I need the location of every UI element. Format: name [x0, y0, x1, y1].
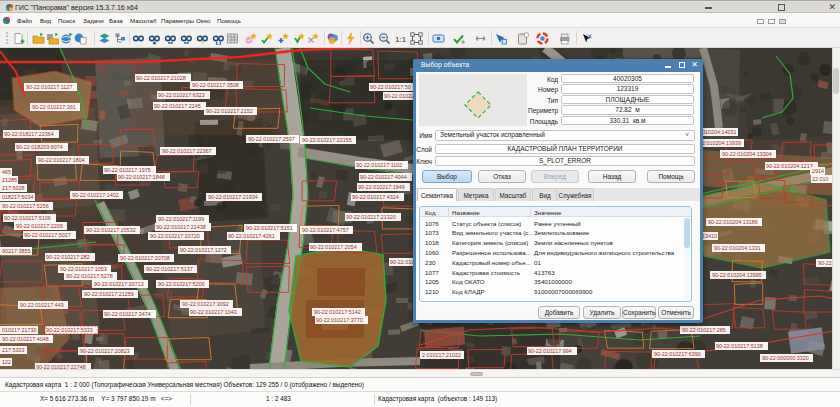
- svg-text:90-22:010217:20823: 90-22:010217:20823: [80, 348, 130, 354]
- svg-text:90-22:010217:1053: 90-22:010217:1053: [60, 266, 107, 272]
- svg-text:465: 465: [2, 169, 11, 175]
- svg-text:90-22:010217:5206: 90-22:010217:5206: [158, 281, 205, 287]
- svg-text:90-22:010217:21438: 90-22:010217:21438: [156, 224, 206, 230]
- svg-text:010204:14031: 010204:14031: [702, 129, 736, 135]
- svg-text:90-22:010217:21934: 90-22:010217:21934: [208, 194, 258, 200]
- svg-text:90-22:010217:4261: 90-22:010217:4261: [228, 233, 275, 239]
- svg-text:90-22:0102: 90-22:0102: [818, 260, 832, 266]
- svg-text:21285: 21285: [2, 177, 17, 183]
- svg-text:90-22:010217:2054: 90-22:010217:2054: [310, 244, 357, 250]
- svg-text:90-22:000000:3320: 90-22:000000:3320: [762, 355, 809, 361]
- svg-text:90-22:018203:6074: 90-22:018203:6074: [16, 144, 63, 150]
- svg-text:90-22:010217:1804: 90-22:010217:1804: [38, 157, 85, 163]
- svg-text:90-22:010217:2152: 90-22:010217:2152: [206, 108, 253, 114]
- svg-text:90-22:010217:5142: 90-22:010217:5142: [314, 309, 361, 315]
- svg-text:90-22:010217:2209: 90-22:010217:2209: [16, 223, 63, 229]
- svg-text:22:010: 22:010: [812, 176, 829, 182]
- svg-text:90-22:010217:22367: 90-22:010217:22367: [162, 148, 212, 154]
- svg-text:90-22:010217:5027: 90-22:010217:5027: [24, 232, 71, 238]
- svg-text:90217:3855: 90217:3855: [2, 248, 30, 254]
- svg-text:90-22:010217:5138: 90-22:010217:5138: [716, 343, 763, 349]
- svg-text:90-22:010217:21320: 90-22:010217:21320: [346, 214, 396, 220]
- svg-text:90-22:010217:5137: 90-22:010217:5137: [146, 266, 193, 272]
- svg-text:90-22:010217:6390: 90-22:010217:6390: [654, 351, 701, 357]
- svg-text:217:5028: 217:5028: [2, 185, 24, 191]
- svg-text:90-22:010217:1975: 90-22:010217:1975: [104, 167, 151, 173]
- svg-text:90-22:010217:20720: 90-22:010217:20720: [150, 233, 200, 239]
- svg-text:90-22:010217:285: 90-22:010217:285: [682, 327, 726, 333]
- svg-text:90-22:010217:1402: 90-22:010217:1402: [72, 192, 119, 198]
- svg-text:90-22:010217:6323: 90-22:010217:6323: [158, 92, 205, 98]
- svg-text:90-22:018217:22364: 90-22:018217:22364: [4, 131, 54, 137]
- svg-text:90-22:010217:1127: 90-22:010217:1127: [26, 84, 72, 90]
- svg-text:90-22:010217:1848: 90-22:010217:1848: [118, 174, 165, 180]
- svg-text:90-22:010217:282: 90-22:010217:282: [46, 254, 90, 260]
- svg-text:90-22:010217:20532: 90-22:010217:20532: [86, 227, 136, 233]
- svg-text:90-22:010217:449: 90-22:010217:449: [20, 302, 64, 308]
- svg-text:90-22:010204:1331: 90-22:010204:1331: [714, 245, 761, 251]
- svg-text:90-22:010204:13304: 90-22:010204:13304: [722, 151, 772, 157]
- svg-text:90-22:010217:5333: 90-22:010217:5333: [46, 327, 93, 333]
- svg-text:90-22:010217:50: 90-22:010217:50: [370, 84, 411, 90]
- svg-text:90-22:010217:3508: 90-22:010217:3508: [192, 82, 239, 88]
- svg-text:90-22:010217:1102: 90-22:010217:1102: [356, 162, 402, 168]
- svg-text:1:1: 1:1: [395, 35, 407, 44]
- svg-text:90-22:010217:3092: 90-22:010217:3092: [182, 301, 229, 307]
- svg-text:90-22:010217:1949: 90-22:010217:1949: [358, 184, 405, 190]
- svg-text:90-22:010217:22155: 90-22:010217:22155: [302, 137, 352, 143]
- svg-text:90-22:010204:13995: 90-22:010204:13995: [712, 272, 762, 278]
- svg-text:90-22:010217:5106: 90-22:010217:5106: [4, 215, 51, 221]
- svg-text:90-22:010217:21028: 90-22:010217:21028: [136, 75, 186, 81]
- svg-text:122: 122: [2, 359, 11, 365]
- svg-text:90-22:01022: 90-22:01022: [384, 93, 414, 99]
- svg-text:90-22:010217:1199: 90-22:010217:1199: [158, 216, 204, 222]
- svg-text:010217:21730: 010217:21730: [2, 327, 36, 333]
- svg-text:90-22:010217:4757: 90-22:010217:4757: [302, 227, 349, 233]
- svg-text:018217:5034: 018217:5034: [2, 194, 33, 200]
- svg-text:90-22:010217:1272: 90-22:010217:1272: [180, 247, 227, 253]
- svg-text:90-22:010217:4324: 90-22:010217:4324: [352, 194, 399, 200]
- svg-text:2:010217:21022: 2:010217:21022: [422, 352, 461, 358]
- svg-text:90-22:010217:5151: 90-22:010217:5151: [246, 225, 293, 231]
- svg-text:90-22:010217:994: 90-22:010217:994: [528, 348, 572, 354]
- svg-text:13410: 13410: [702, 233, 717, 239]
- svg-text:90-22:010217:2245: 90-22:010217:2245: [154, 103, 201, 109]
- svg-text:90-22:010217:20713: 90-22:010217:20713: [94, 281, 144, 287]
- svg-text:2914: 2914: [812, 168, 824, 174]
- svg-text:90-22:010217:4048: 90-22:010217:4048: [2, 336, 49, 342]
- svg-text:90-22:010217:5278: 90-22:010217:5278: [66, 273, 113, 279]
- svg-text:2:010204:13939: 2:010204:13939: [702, 140, 741, 146]
- svg-text:90-22:010217:391: 90-22:010217:391: [32, 104, 76, 110]
- svg-text:90-22:010217:2597: 90-22:010217:2597: [248, 136, 295, 142]
- svg-text:90-22:010204:13186: 90-22:010204:13186: [708, 219, 758, 225]
- svg-text:217:5303: 217:5303: [2, 347, 24, 353]
- svg-text:90-22:010217:4044: 90-22:010217:4044: [360, 174, 407, 180]
- svg-text:90-22:010204:1213: 90-22:010204:1213: [766, 163, 813, 169]
- svg-text:90-22:010217:20708: 90-22:010217:20708: [120, 255, 170, 261]
- svg-text:90-22:010217:21259: 90-22:010217:21259: [84, 291, 134, 297]
- svg-text:90-22:010217:3474: 90-22:010217:3474: [104, 311, 151, 317]
- svg-text:90-22:010217:5256: 90-22:010217:5256: [2, 203, 49, 209]
- svg-text:90-22:010217:1043: 90-22:010217:1043: [190, 309, 237, 315]
- svg-text:90-22:010217:3770: 90-22:010217:3770: [316, 317, 363, 323]
